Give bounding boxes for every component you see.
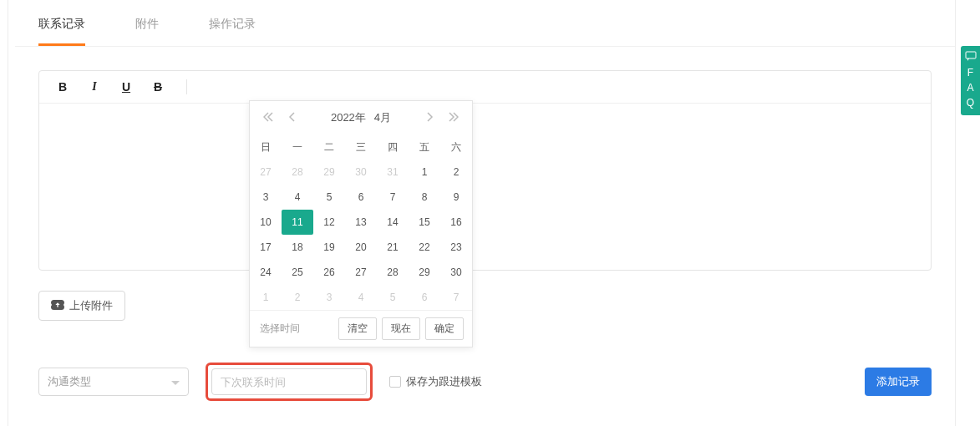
calendar-weekday: 五 [409, 134, 440, 160]
calendar-day[interactable]: 22 [409, 235, 440, 260]
upload-attachment-button[interactable]: 上传附件 [38, 291, 125, 321]
calendar-day[interactable]: 5 [313, 185, 345, 210]
next-contact-time-input[interactable] [211, 368, 367, 395]
calendar-weekday: 三 [345, 134, 377, 160]
calendar-day[interactable]: 25 [282, 260, 313, 285]
calendar-year-label[interactable]: 2022年 [331, 110, 366, 125]
calendar-day[interactable]: 7 [440, 285, 472, 310]
calendar-day[interactable]: 6 [345, 185, 377, 210]
calendar-day[interactable]: 18 [282, 235, 313, 260]
svg-rect-0 [966, 52, 976, 58]
tab-operation-records[interactable]: 操作记录 [209, 17, 256, 46]
content-area: B I U B 上传附件 沟通类型 [15, 47, 955, 401]
clear-button[interactable]: 清空 [338, 317, 377, 340]
faq-icon [965, 53, 977, 65]
calendar-day[interactable]: 8 [409, 185, 440, 210]
calendar-day[interactable]: 30 [440, 260, 472, 285]
calendar-day[interactable]: 23 [440, 235, 472, 260]
calendar-footer: 选择时间 清空 现在 确定 [250, 310, 472, 347]
calendar-day[interactable]: 24 [250, 260, 282, 285]
select-placeholder: 沟通类型 [48, 374, 91, 389]
underline-icon[interactable]: U [119, 80, 133, 94]
calendar-day[interactable]: 10 [250, 210, 282, 235]
calendar-month-label[interactable]: 4月 [374, 110, 391, 125]
bottom-controls: 沟通类型 保存为跟进模板 添加记录 [38, 363, 932, 401]
faq-letter-q: Q [961, 95, 980, 110]
calendar-day[interactable]: 1 [409, 160, 440, 185]
communication-type-select[interactable]: 沟通类型 [38, 368, 189, 396]
calendar-header: 2022年 4月 [250, 101, 472, 134]
italic-icon[interactable]: I [88, 80, 101, 94]
calendar-day[interactable]: 20 [345, 235, 377, 260]
calendar-grid: 日一二三四五六 27282930311234567891011121314151… [250, 134, 472, 310]
calendar-day[interactable]: 19 [313, 235, 345, 260]
calendar-day[interactable]: 5 [377, 285, 409, 310]
calendar-day[interactable]: 4 [282, 185, 313, 210]
faq-side-tab[interactable]: F A Q [961, 46, 980, 115]
checkbox-icon [389, 376, 401, 388]
prev-year-icon[interactable] [260, 109, 277, 126]
calendar-day[interactable]: 12 [313, 210, 345, 235]
faq-letter-f: F [961, 65, 980, 80]
tab-contact-records[interactable]: 联系记录 [38, 17, 85, 46]
calendar-day[interactable]: 27 [345, 260, 377, 285]
calendar-day[interactable]: 7 [377, 185, 409, 210]
ok-button[interactable]: 确定 [425, 317, 464, 340]
calendar-day[interactable]: 26 [313, 260, 345, 285]
calendar-day[interactable]: 3 [313, 285, 345, 310]
calendar-day[interactable]: 28 [282, 160, 313, 185]
calendar-weekday: 日 [250, 134, 282, 160]
date-picker-popover: 2022年 4月 日一二三四五六 27282930311234567891011… [249, 100, 473, 347]
calendar-day[interactable]: 17 [250, 235, 282, 260]
faq-letter-a: A [961, 80, 980, 95]
calendar-day[interactable]: 29 [313, 160, 345, 185]
calendar-day[interactable]: 15 [409, 210, 440, 235]
calendar-day[interactable]: 2 [282, 285, 313, 310]
add-record-button[interactable]: 添加记录 [865, 368, 932, 396]
next-month-icon[interactable] [424, 109, 437, 126]
calendar-day[interactable]: 27 [250, 160, 282, 185]
calendar-day[interactable]: 31 [377, 160, 409, 185]
calendar-weekday: 六 [440, 134, 472, 160]
calendar-weekday: 四 [377, 134, 409, 160]
calendar-day[interactable]: 1 [250, 285, 282, 310]
select-time-link[interactable]: 选择时间 [258, 322, 300, 336]
now-button[interactable]: 现在 [382, 317, 420, 340]
calendar-day[interactable]: 4 [345, 285, 377, 310]
calendar-day[interactable]: 9 [440, 185, 472, 210]
save-template-label: 保存为跟进模板 [406, 374, 482, 389]
calendar-weekday: 二 [313, 134, 345, 160]
calendar-day[interactable]: 6 [409, 285, 440, 310]
calendar-weekday: 一 [282, 134, 313, 160]
bold-icon[interactable]: B [56, 80, 69, 94]
main-panel: 联系记录 附件 操作记录 B I U B 上传附件 沟通类型 [15, 0, 955, 426]
next-year-icon[interactable] [445, 109, 462, 126]
calendar-day[interactable]: 14 [377, 210, 409, 235]
calendar-day[interactable]: 29 [409, 260, 440, 285]
calendar-day[interactable]: 28 [377, 260, 409, 285]
rich-text-editor[interactable]: B I U B [38, 70, 932, 271]
calendar-day[interactable]: 13 [345, 210, 377, 235]
tab-attachments[interactable]: 附件 [135, 17, 159, 46]
editor-toolbar: B I U B [39, 71, 931, 104]
strikethrough-icon[interactable]: B [151, 80, 165, 94]
tabs-bar: 联系记录 附件 操作记录 [15, 0, 955, 47]
toolbar-separator [186, 79, 187, 94]
calendar-day[interactable]: 16 [440, 210, 472, 235]
calendar-day[interactable]: 21 [377, 235, 409, 260]
calendar-day[interactable]: 2 [440, 160, 472, 185]
save-as-template-checkbox[interactable]: 保存为跟进模板 [389, 374, 482, 389]
next-contact-time-highlighted [206, 363, 373, 401]
calendar-day[interactable]: 30 [345, 160, 377, 185]
cloud-upload-icon [51, 300, 64, 312]
upload-attachment-label: 上传附件 [69, 298, 113, 313]
calendar-day[interactable]: 3 [250, 185, 282, 210]
chevron-down-icon [171, 376, 180, 388]
prev-month-icon[interactable] [285, 109, 298, 126]
calendar-day[interactable]: 11 [282, 210, 313, 235]
